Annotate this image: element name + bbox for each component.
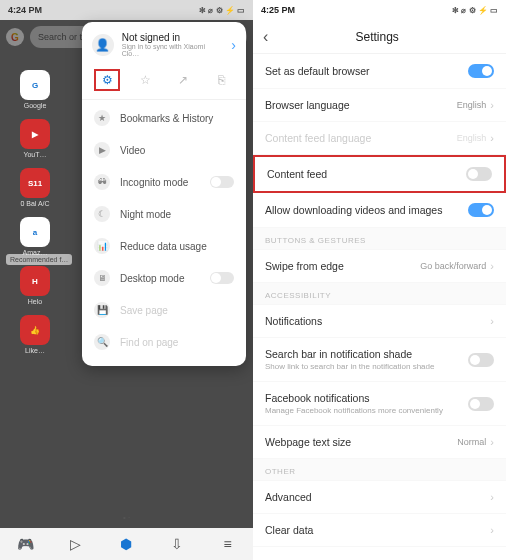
settings-icon[interactable]: ⚙ <box>94 69 120 91</box>
bottom-nav-2: 🎮 ▷ ⬢ ⇩ ≡ <box>0 528 253 560</box>
status-icons: ✻ ⌀ ⚙ ⚡ ▭ <box>452 6 498 15</box>
nav-game-icon[interactable]: 🎮 <box>16 535 34 553</box>
menu-item-label: Night mode <box>120 209 171 220</box>
toggle-switch[interactable] <box>466 167 492 181</box>
row-sublabel: Manage Facebook notifications more conve… <box>265 406 468 415</box>
app-launcher[interactable]: 👍Like… <box>4 315 66 354</box>
settings-row[interactable]: Content feed <box>253 155 506 193</box>
phone-screenshot-left: 4:24 PM ✻ ⌀ ⚙ ⚡ ▭ G Search or t… • · 🎮 ▷… <box>0 0 253 560</box>
menu-item-icon: 🕶 <box>94 174 110 190</box>
settings-header: ‹ Settings <box>253 20 506 54</box>
section-header: ACCESSIBILITY <box>253 283 506 305</box>
menu-item-label: Incognito mode <box>120 177 188 188</box>
settings-row[interactable]: Notifications› <box>253 305 506 338</box>
settings-row[interactable]: Swipe from edgeGo back/forward› <box>253 250 506 283</box>
signin-row[interactable]: 👤 Not signed in Sign in to sync with Xia… <box>82 28 246 65</box>
menu-item-icon: ☾ <box>94 206 110 222</box>
row-value: Normal <box>457 437 486 447</box>
app-launcher[interactable]: aAmaz… <box>4 217 66 256</box>
browser-menu-popup: 👤 Not signed in Sign in to sync with Xia… <box>82 22 246 366</box>
chevron-right-icon: › <box>490 132 494 144</box>
row-label: Advanced <box>265 491 490 503</box>
app-icon: 👍 <box>20 315 50 345</box>
nav-download-icon[interactable]: ⇩ <box>168 535 186 553</box>
menu-item[interactable]: 🕶Incognito mode <box>82 166 246 198</box>
signin-subtitle: Sign in to sync with Xiaomi Clo… <box>122 43 224 57</box>
row-label: Browser language <box>265 99 457 111</box>
settings-row[interactable]: Webpage text sizeNormal› <box>253 426 506 459</box>
app-launcher[interactable]: GGoogle <box>4 70 66 109</box>
app-launcher[interactable]: HHelo <box>4 266 66 305</box>
section-header: BUTTONS & GESTURES <box>253 228 506 250</box>
toggle-switch[interactable] <box>468 203 494 217</box>
row-label: Swipe from edge <box>265 260 420 272</box>
time-label: 4:25 PM <box>261 5 295 15</box>
toggle-switch[interactable] <box>468 353 494 367</box>
share-icon[interactable]: ↗ <box>170 69 196 91</box>
nav-home-icon[interactable]: ⬢ <box>117 535 135 553</box>
settings-row[interactable]: Facebook notificationsManage Facebook no… <box>253 382 506 426</box>
settings-row[interactable]: Search bar in notification shadeShow lin… <box>253 338 506 382</box>
row-label: Content feed language <box>265 132 457 144</box>
menu-item[interactable]: ★Bookmarks & History <box>82 102 246 134</box>
row-label: Notifications <box>265 315 490 327</box>
row-value: English <box>457 133 487 143</box>
chevron-right-icon: › <box>231 37 236 53</box>
app-label: 0 Bal A/C <box>20 200 49 207</box>
menu-item[interactable]: 📊Reduce data usage <box>82 230 246 262</box>
toggle-switch[interactable] <box>210 272 234 284</box>
app-icon: ▶ <box>20 119 50 149</box>
menu-item-label: Save page <box>120 305 168 316</box>
menu-item[interactable]: 🖥Desktop mode <box>82 262 246 294</box>
menu-item-label: Reduce data usage <box>120 241 207 252</box>
exit-icon[interactable]: ⎘ <box>208 69 234 91</box>
menu-item-icon: 💾 <box>94 302 110 318</box>
row-label: Search bar in notification shade <box>265 348 468 360</box>
menu-item[interactable]: ☾Night mode <box>82 198 246 230</box>
toggle-switch[interactable] <box>468 64 494 78</box>
menu-item: 🔍Find on page <box>82 326 246 358</box>
chevron-right-icon: › <box>490 491 494 503</box>
row-label: Webpage text size <box>265 436 457 448</box>
settings-row: Content feed languageEnglish› <box>253 122 506 155</box>
menu-item-icon: 📊 <box>94 238 110 254</box>
row-label: Clear data <box>265 524 490 536</box>
status-icons: ✻ ⌀ ⚙ ⚡ ▭ <box>199 6 245 15</box>
star-icon[interactable]: ☆ <box>132 69 158 91</box>
menu-item-label: Bookmarks & History <box>120 113 213 124</box>
settings-row[interactable]: Clear data› <box>253 514 506 547</box>
status-bar: 4:25 PM ✻ ⌀ ⚙ ⚡ ▭ <box>253 0 506 20</box>
row-label: Allow downloading videos and images <box>265 204 468 216</box>
settings-row[interactable]: Advanced› <box>253 481 506 514</box>
menu-item-label: Desktop mode <box>120 273 184 284</box>
page-title: Settings <box>258 30 496 44</box>
menu-item-icon: 🔍 <box>94 334 110 350</box>
nav-video-icon[interactable]: ▷ <box>67 535 85 553</box>
nav-menu-icon[interactable]: ≡ <box>219 535 237 553</box>
row-value: Go back/forward <box>420 261 486 271</box>
app-label: Google <box>24 102 47 109</box>
menu-item[interactable]: ▶Video <box>82 134 246 166</box>
row-value: English <box>457 100 487 110</box>
menu-item-label: Video <box>120 145 145 156</box>
row-label: Set as default browser <box>265 65 468 77</box>
status-bar: 4:24 PM ✻ ⌀ ⚙ ⚡ ▭ <box>0 0 253 20</box>
signin-title: Not signed in <box>122 32 224 43</box>
menu-item-icon: 🖥 <box>94 270 110 286</box>
row-label: Content feed <box>267 168 466 180</box>
settings-list[interactable]: Set as default browserBrowser languageEn… <box>253 54 506 560</box>
chevron-right-icon: › <box>490 99 494 111</box>
app-launcher[interactable]: S110 Bal A/C <box>4 168 66 207</box>
toggle-switch[interactable] <box>468 397 494 411</box>
settings-row[interactable]: Allow downloading videos and images <box>253 193 506 228</box>
toggle-switch[interactable] <box>210 176 234 188</box>
chevron-right-icon: › <box>490 260 494 272</box>
row-sublabel: Show link to search bar in the notificat… <box>265 362 468 371</box>
settings-row[interactable]: Browser languageEnglish› <box>253 89 506 122</box>
settings-row[interactable]: Set as default browser <box>253 54 506 89</box>
row-label: Facebook notifications <box>265 392 468 404</box>
time-label: 4:24 PM <box>8 5 42 15</box>
app-launcher[interactable]: ▶YouT… <box>4 119 66 158</box>
app-icon: H <box>20 266 50 296</box>
app-icon: a <box>20 217 50 247</box>
